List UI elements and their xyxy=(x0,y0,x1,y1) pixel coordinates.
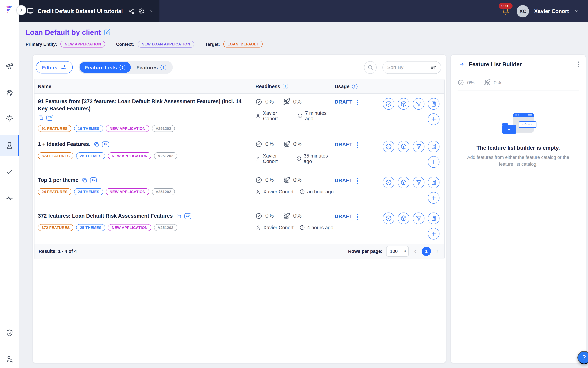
info-icon[interactable]: i xyxy=(283,83,288,89)
sort-by-input[interactable] xyxy=(387,64,428,70)
filter-action-button[interactable] xyxy=(413,141,424,152)
target-badge[interactable]: LOAN_DEFAULT xyxy=(223,41,263,47)
feature-list-name[interactable]: Top 1 per theme xyxy=(38,177,78,183)
step-down-icon[interactable]: ▼ xyxy=(404,251,406,253)
badge-check-icon xyxy=(385,101,392,107)
rows-per-page-input[interactable] xyxy=(390,249,401,254)
filter-action-button[interactable] xyxy=(413,212,424,224)
sidebar-expand-button[interactable] xyxy=(16,5,26,15)
project-selector[interactable]: Credit Default Dataset UI tutorial xyxy=(19,0,160,22)
package-action-button[interactable] xyxy=(398,212,410,224)
bar-arrow-icon xyxy=(458,61,464,68)
help-icon[interactable]: ? xyxy=(352,83,357,89)
search-icon xyxy=(367,64,373,70)
updated-time: 35 minutes ago xyxy=(304,153,335,164)
id-icon[interactable]: ID xyxy=(46,115,53,121)
builder-deployed-stat: 0% xyxy=(484,79,501,86)
add-to-builder-button[interactable] xyxy=(428,192,439,204)
avatar[interactable]: XC xyxy=(517,5,529,17)
help-icon[interactable]: ? xyxy=(120,64,125,70)
builder-menu-button[interactable] xyxy=(578,61,579,68)
share-icon[interactable] xyxy=(128,8,134,14)
usage-cell: DRAFT xyxy=(335,98,377,136)
actions-cell xyxy=(377,177,444,208)
gear-icon[interactable] xyxy=(138,8,144,14)
plus-icon xyxy=(431,231,437,237)
feature-list-name[interactable]: 372 features: Loan Default Risk Assessme… xyxy=(38,213,173,219)
filter-action-button[interactable] xyxy=(413,177,424,188)
usage-cell: DRAFT xyxy=(335,212,377,244)
compute-action-button[interactable] xyxy=(428,177,439,188)
id-icon[interactable]: ID xyxy=(90,177,97,183)
readiness-stat: 0% xyxy=(255,213,274,220)
compute-action-button[interactable] xyxy=(428,141,439,152)
add-to-builder-button[interactable] xyxy=(428,228,439,239)
row-menu-button[interactable] xyxy=(357,141,358,149)
filter-action-button[interactable] xyxy=(413,98,424,110)
sidebar-item-knowledge[interactable] xyxy=(0,82,19,103)
feature-list-name[interactable]: 91 Features from [372 features: Loan Def… xyxy=(38,98,241,111)
filters-button[interactable]: Filters xyxy=(36,61,73,74)
row-menu-button[interactable] xyxy=(357,177,358,184)
rows-per-page-select[interactable]: ▲ ▼ xyxy=(386,246,409,257)
tab-feature-lists[interactable]: Feature Lists ? xyxy=(80,62,131,73)
sidebar-item-monitor[interactable] xyxy=(0,188,19,209)
readiness-action-button[interactable] xyxy=(383,177,394,188)
search-button[interactable] xyxy=(364,61,377,74)
badge-check-icon xyxy=(385,215,392,221)
chevron-down-icon[interactable] xyxy=(149,9,154,13)
sidebar-item-user-search[interactable] xyxy=(0,349,19,368)
feature-list-name[interactable]: 1 + Ideated Features. xyxy=(38,141,90,147)
sidebar-item-validate[interactable] xyxy=(0,161,19,183)
page-number-button[interactable]: 1 xyxy=(422,247,431,256)
project-title: Credit Default Dataset UI tutorial xyxy=(37,8,123,14)
readiness-action-button[interactable] xyxy=(383,98,394,110)
sidebar-rail xyxy=(0,0,19,368)
primary-entity-badge[interactable]: NEW APPLICATION xyxy=(61,41,105,47)
lightbulb-icon xyxy=(6,115,13,123)
id-icon[interactable]: ID xyxy=(102,141,109,147)
row-menu-button[interactable] xyxy=(357,213,358,221)
compute-action-button[interactable] xyxy=(428,98,439,110)
sidebar-item-explore[interactable] xyxy=(0,55,19,76)
previous-page-button[interactable]: ‹ xyxy=(412,248,418,255)
id-icon[interactable]: ID xyxy=(184,213,191,219)
package-action-button[interactable] xyxy=(398,98,410,110)
sidebar-item-ideate[interactable] xyxy=(0,108,19,129)
sort-by-select[interactable] xyxy=(383,61,441,74)
readiness-stat: 0% xyxy=(255,141,274,148)
copy-icon[interactable] xyxy=(81,177,87,183)
featurebyte-logo[interactable] xyxy=(4,5,15,17)
readiness-value: 0% xyxy=(265,213,274,220)
tab-feature-lists-label: Feature Lists xyxy=(85,64,117,70)
readiness-action-button[interactable] xyxy=(383,141,394,152)
row-menu-button[interactable] xyxy=(357,99,358,106)
copy-icon[interactable] xyxy=(38,115,44,121)
topbar: Credit Default Dataset UI tutorial 999+ … xyxy=(19,0,588,22)
calculator-icon xyxy=(431,215,437,221)
tab-features[interactable]: Features ? xyxy=(131,62,172,73)
tags-row: 91 FEATURES 16 THEMES NEW APPLICATION V2… xyxy=(38,125,247,132)
add-to-builder-button[interactable] xyxy=(428,113,439,125)
stepper-icon[interactable]: ▲ ▼ xyxy=(404,250,406,253)
notifications-button[interactable]: 999+ xyxy=(502,7,510,15)
sidebar-item-experiment[interactable] xyxy=(0,135,19,156)
compute-action-button[interactable] xyxy=(428,212,439,224)
rocket-slash-icon xyxy=(283,212,290,220)
copy-icon[interactable] xyxy=(94,141,99,147)
package-action-button[interactable] xyxy=(398,141,410,152)
add-to-builder-button[interactable] xyxy=(428,156,439,168)
author-line: Xavier Conort 4 hours ago xyxy=(255,225,335,230)
help-icon[interactable]: ? xyxy=(160,64,166,70)
package-action-button[interactable] xyxy=(398,177,410,188)
sliders-icon xyxy=(61,64,67,70)
sidebar-item-governance[interactable] xyxy=(0,322,19,343)
next-page-button[interactable]: › xyxy=(435,248,440,255)
author-group: Xavier Conort xyxy=(255,189,294,194)
edit-title-icon[interactable] xyxy=(104,29,111,36)
context-badge[interactable]: NEW LOAN APPLICATION xyxy=(138,41,195,47)
readiness-action-button[interactable] xyxy=(383,212,394,224)
copy-icon[interactable] xyxy=(176,213,182,219)
entity-tag: NEW APPLICATION xyxy=(106,188,149,195)
user-menu-chevron-icon[interactable] xyxy=(574,9,579,14)
